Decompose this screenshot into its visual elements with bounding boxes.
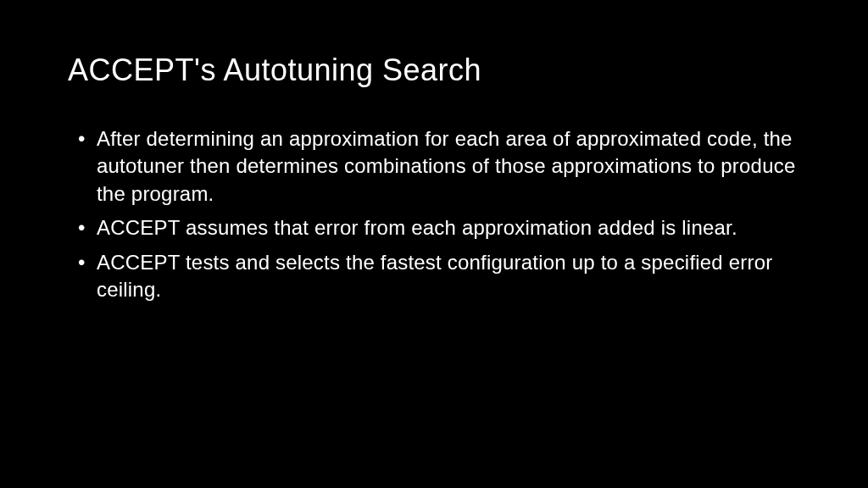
bullet-list: After determining an approximation for e… <box>68 125 800 303</box>
list-item: ACCEPT assumes that error from each appr… <box>78 214 800 241</box>
slide-title: ACCEPT's Autotuning Search <box>68 53 800 88</box>
list-item: After determining an approximation for e… <box>78 125 800 208</box>
list-item: ACCEPT tests and selects the fastest con… <box>78 249 800 304</box>
